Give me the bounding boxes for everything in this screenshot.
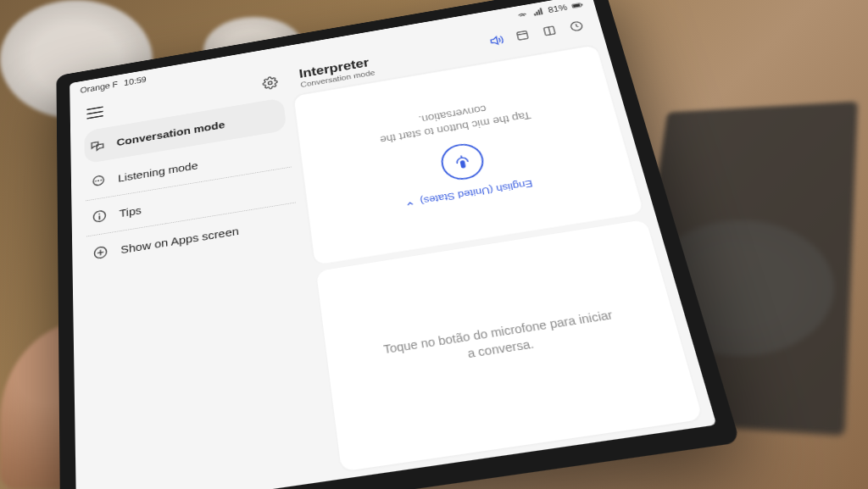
window-icon[interactable] [514, 28, 532, 43]
menu-icon[interactable] [86, 106, 103, 119]
battery-icon [570, 0, 584, 10]
chevron-down-icon [404, 197, 416, 209]
svg-rect-0 [534, 14, 536, 16]
speaker-icon[interactable] [487, 33, 506, 48]
hint-text: Tap the mic button to start the conversa… [347, 89, 564, 150]
menu-item-label: Listening mode [118, 159, 198, 184]
settings-icon[interactable] [262, 75, 279, 91]
wifi-icon [515, 9, 528, 19]
battery-label: 81% [547, 3, 568, 14]
signal-icon [531, 7, 545, 17]
history-icon[interactable] [568, 19, 587, 35]
chat-translate-icon [89, 136, 106, 153]
mic-button[interactable] [438, 141, 487, 182]
hint-text: Toque no botão do microfone para iniciar… [380, 307, 621, 375]
svg-rect-11 [517, 31, 528, 40]
split-icon[interactable] [541, 24, 560, 39]
screen: Orange F 10:59 81% [70, 0, 716, 489]
menu-item-label: Conversation mode [116, 119, 225, 148]
menu-item-label: Show on Apps screen [120, 224, 239, 255]
svg-rect-3 [540, 8, 543, 14]
svg-point-7 [268, 81, 272, 85]
info-icon [91, 207, 108, 225]
language-selector[interactable]: English (United States) [404, 177, 534, 208]
menu-item-label: Tips [119, 203, 142, 219]
plus-circle-icon [92, 243, 109, 262]
carrier-label: Orange F [81, 80, 119, 95]
language-label: English (United States) [420, 177, 534, 206]
time-label: 10:59 [124, 75, 147, 88]
svg-rect-2 [538, 9, 541, 14]
conversation-pane-bottom: Toque no botão do microfone para iniciar… [316, 219, 703, 471]
comment-icon [90, 172, 108, 190]
svg-rect-1 [536, 12, 538, 15]
